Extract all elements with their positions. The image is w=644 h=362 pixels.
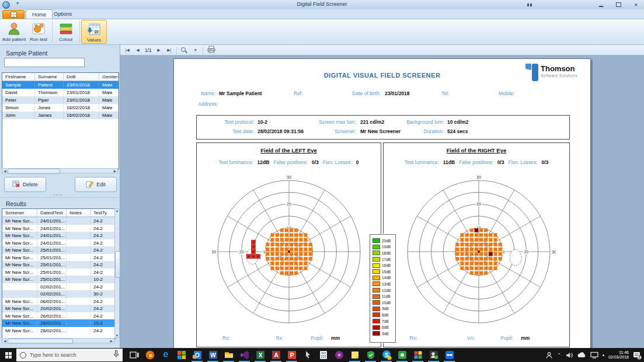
column-header-screener[interactable]: Screener (2, 209, 37, 217)
delete-button[interactable]: Delete (4, 177, 46, 192)
last-page-button[interactable]: ▶| (166, 48, 173, 53)
result-row[interactable]: Mr New Scr...24/01/201...24-2 (2, 217, 115, 225)
zoom-button[interactable] (180, 47, 189, 54)
microphone-icon[interactable] (113, 350, 119, 360)
start-button[interactable] (0, 348, 16, 362)
result-row[interactable]: Mr New Scr...25/01/201...24-2 (2, 254, 115, 262)
result-row[interactable]: Mr New Scr...25/01/201...10-2 (2, 276, 115, 283)
taskbar-clock[interactable]: 11:46 02/03/2018 (608, 350, 629, 360)
patient-row[interactable]: PeterPiper23/01/2018Male (2, 96, 119, 104)
scroll-up-icon[interactable]: ▲ (114, 209, 120, 213)
taskbar-green-app-button[interactable] (394, 348, 410, 362)
taskbar-word-button[interactable]: W (205, 348, 221, 362)
result-row[interactable]: Mr New Scr...25/01/201...24-2 (2, 246, 115, 254)
scroll-left-icon[interactable]: ◀ (2, 339, 8, 343)
application-menu-button[interactable]: ▼ (2, 10, 25, 19)
maximize-button[interactable] (614, 1, 623, 8)
column-header-dob[interactable]: DoB (64, 73, 99, 81)
print-button[interactable] (207, 45, 216, 55)
taskbar-excel-button[interactable]: X (252, 348, 268, 362)
cell: 28/02/201... (37, 319, 67, 327)
taskbar-firefox-button[interactable] (142, 348, 158, 362)
people-tray-icon[interactable] (545, 351, 553, 359)
result-row[interactable]: Mr New Scr...24/01/201...24-2 (2, 232, 115, 239)
hidden-icons-chevron[interactable]: ⌃ (557, 353, 561, 358)
result-row[interactable]: Mr New Scr...28/02/201...24-2 (2, 327, 115, 335)
result-row[interactable]: Mr New Scr...24/01/201...24-2 (2, 239, 115, 247)
results-vscrollbar[interactable]: ▲ ▼ (114, 208, 120, 338)
patient-row[interactable]: DavidThomson23/01/2018Male (2, 89, 119, 96)
patient-row[interactable]: SamplePatient23/01/2018Male (2, 81, 119, 89)
column-header-firstname[interactable]: Firstname (2, 73, 35, 81)
results-hscrollbar[interactable]: ◀ ▶ (2, 338, 114, 343)
result-row[interactable]: Mr New Scr...26/02/201...24-2 (2, 312, 115, 320)
column-header-surname[interactable]: Surname (35, 73, 64, 81)
scroll-right-icon[interactable]: ▶ (112, 169, 117, 173)
scroll-right-icon[interactable]: ▶ (109, 339, 114, 343)
taskbar-edge-button[interactable]: e (158, 348, 173, 362)
taskbar-microsoft-store-button[interactable] (173, 348, 189, 362)
colour-button[interactable]: Colour (54, 20, 78, 44)
thomson-logo-icon (524, 62, 539, 85)
scroll-down-icon[interactable]: ▼ (114, 334, 120, 337)
result-row[interactable]: Mr New Scr...24/01/201...24-2 (2, 225, 115, 232)
scroll-left-icon[interactable]: ◀ (2, 169, 8, 173)
result-row[interactable]: Mr New Scr...25/01/201...24-2 (2, 269, 115, 276)
add-patient-button[interactable]: Add patient (2, 20, 26, 44)
taskbar-teamviewer-button[interactable] (441, 348, 457, 362)
patient-row[interactable]: SimonJones16/02/2018Male (2, 104, 119, 112)
next-page-button[interactable]: ▶ (155, 48, 162, 53)
result-row[interactable]: Mr New Scr...28/02/201...10-2 (2, 319, 115, 327)
word-icon: W (208, 350, 218, 360)
panel-splitter[interactable] (54, 194, 67, 196)
volume-icon[interactable] (565, 351, 573, 359)
column-header-gender[interactable]: Gender (99, 73, 119, 81)
result-row[interactable]: Mr New Scr...20/02/201...24-2 (2, 305, 115, 312)
taskbar-people-app-button[interactable] (426, 348, 441, 362)
minimize-button[interactable] (596, 1, 605, 8)
taskbar-sticky-notes-button[interactable] (347, 348, 363, 362)
zoom-dropdown-icon[interactable]: ▾ (192, 48, 199, 53)
close-button[interactable]: ✕ (631, 1, 640, 8)
cell: 24-2 (90, 298, 115, 305)
taskbar-outlook-button[interactable]: O (189, 348, 205, 362)
column-header-notes[interactable]: Notes (67, 209, 90, 217)
tab-options[interactable]: Options (48, 9, 78, 19)
task-view-icon (129, 350, 140, 360)
result-row[interactable]: 02/02/201...24-2 (2, 283, 115, 291)
cell (67, 232, 90, 239)
titlebar-extra-icon[interactable] (527, 4, 532, 6)
taskbar-calculator-button[interactable] (315, 348, 331, 362)
tray-dot-icon[interactable] (603, 354, 604, 356)
taskbar-file-explorer-button[interactable] (221, 348, 236, 362)
taskbar-shield-app-button[interactable] (363, 348, 378, 362)
taskbar-app-icons: eOWXAPS (126, 348, 457, 362)
column-header-dateoftest[interactable]: DateofTest (37, 209, 67, 217)
taskbar-task-view-button[interactable] (126, 348, 142, 362)
taskbar-access-button[interactable]: A (268, 348, 284, 362)
taskbar-search-box[interactable]: Type here to search (16, 349, 123, 361)
edit-button[interactable]: Edit (75, 177, 117, 192)
result-row[interactable]: Mr New Scr...25/01/201...24-2 (2, 261, 115, 269)
patient-row[interactable]: JohnJames16/02/2018Male (2, 112, 119, 119)
result-row[interactable]: 02/02/201...30-2 (2, 290, 115, 298)
taskbar-skype-button[interactable]: S (378, 348, 394, 362)
taskbar-powerpoint-button[interactable]: P (284, 348, 300, 362)
taskbar-purple-app-button[interactable] (331, 348, 347, 362)
column-header-testty[interactable]: TestTy (90, 209, 115, 217)
cell: 25/01/201... (37, 254, 67, 262)
patient-search-input[interactable] (4, 58, 85, 67)
first-page-button[interactable]: |◀ (124, 48, 131, 53)
taskbar-pointer-tool-button[interactable] (300, 348, 315, 362)
onedrive-icon[interactable] (577, 351, 586, 358)
taskbar-visual-studio-button[interactable] (236, 348, 252, 362)
values-button[interactable]: 10Values (81, 20, 107, 44)
network-icon[interactable] (590, 351, 598, 358)
result-row[interactable]: Mr New Scr...06/02/201...24-2 (2, 298, 115, 305)
patient-hscrollbar[interactable]: ◀ ▶ (2, 168, 118, 173)
prev-page-button[interactable]: ◀ (134, 48, 141, 53)
taskbar-colour-grid-app-button[interactable] (410, 348, 426, 362)
preview-viewport[interactable]: DIGITAL VISUAL FIELD SCREENER Thomson So… (120, 56, 644, 348)
run-test-button[interactable]: Run test (26, 20, 51, 44)
action-center-icon[interactable]: 2 (633, 351, 642, 360)
